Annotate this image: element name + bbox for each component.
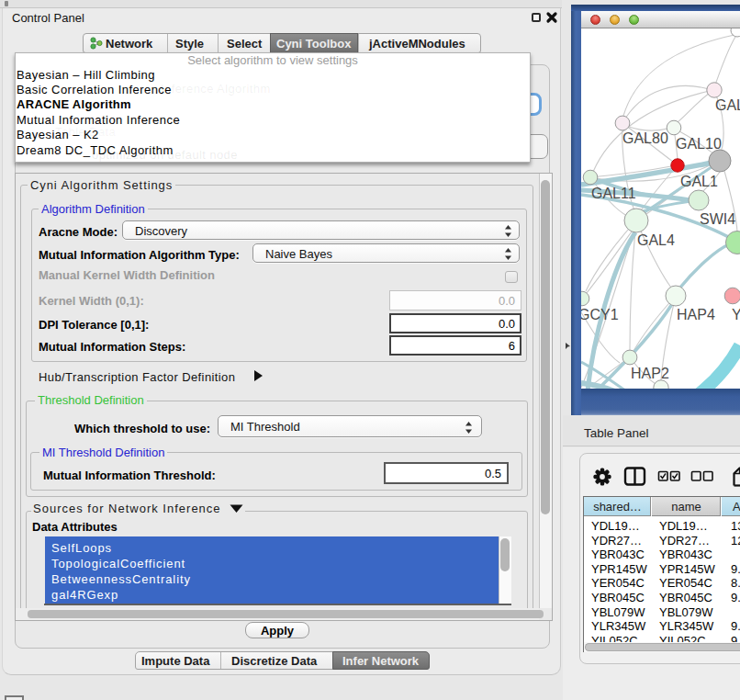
svg-text:SWI4: SWI4 xyxy=(700,211,735,227)
svg-text:GAL4: GAL4 xyxy=(637,232,675,248)
svg-text:GAL10: GAL10 xyxy=(676,136,722,152)
svg-text:GAL1: GAL1 xyxy=(680,174,718,189)
svg-text:GCY1: GCY1 xyxy=(581,307,619,322)
svg-text:GAL2: GAL2 xyxy=(715,97,740,113)
svg-text:HAP2: HAP2 xyxy=(631,366,669,381)
svg-text:GAL80: GAL80 xyxy=(622,130,668,146)
svg-text:YE: YE xyxy=(732,307,740,322)
svg-text:HAP4: HAP4 xyxy=(677,307,715,322)
svg-text:GAL11: GAL11 xyxy=(591,186,636,201)
